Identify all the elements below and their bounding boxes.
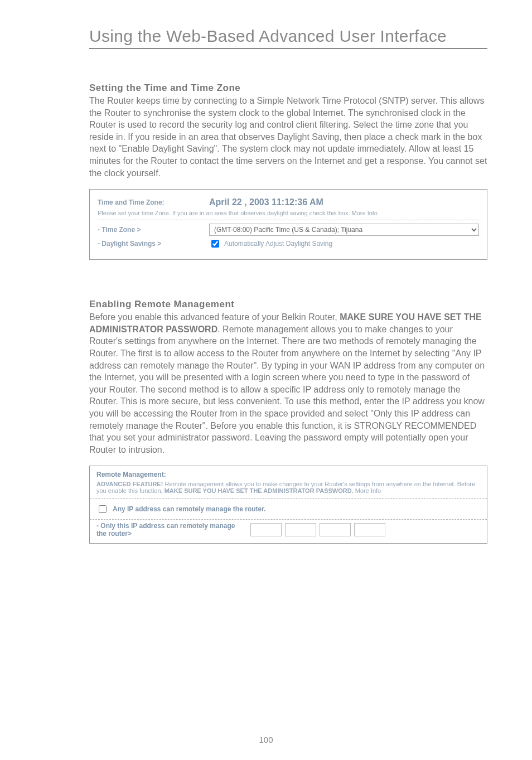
section-body-time: The Router keeps time by connecting to a… xyxy=(89,95,487,179)
only-ip-label: - Only this IP address can remotely mana… xyxy=(96,522,241,538)
page-number: 100 xyxy=(0,735,532,744)
timezone-label: - Time Zone > xyxy=(98,226,209,234)
current-datetime: April 22 , 2003 11:12:36 AM xyxy=(209,197,323,207)
daylight-savings-checkbox[interactable] xyxy=(211,240,219,248)
section-title-time: Setting the Time and Time Zone xyxy=(89,83,487,94)
remote-panel-title: Remote Management: xyxy=(96,471,480,478)
remote-desc-part1: ADVANCED FEATURE! xyxy=(96,481,165,487)
ip-input-group xyxy=(250,523,385,536)
section-title-remote: Enabling Remote Management xyxy=(89,299,487,310)
any-ip-checkbox[interactable] xyxy=(99,505,107,513)
header-divider xyxy=(89,48,487,49)
section-body-remote: Before you enable this advanced feature … xyxy=(89,311,487,456)
ip-octet-2[interactable] xyxy=(285,523,316,536)
remote-desc-part3: More Info xyxy=(354,487,381,494)
any-ip-label: Any IP address can remotely manage the r… xyxy=(113,505,266,513)
ip-octet-4[interactable] xyxy=(354,523,385,536)
chapter-title: Using the Web-Based Advanced User Interf… xyxy=(89,27,487,46)
remote-panel-desc: ADVANCED FEATURE! Remote management allo… xyxy=(96,481,480,494)
time-panel-desc: Please set your time Zone. If you are in… xyxy=(98,210,479,220)
remote-management-panel: Remote Management: ADVANCED FEATURE! Rem… xyxy=(89,466,487,544)
timezone-select[interactable]: (GMT-08:00) Pacific Time (US & Canada); … xyxy=(209,224,479,236)
remote-body-part1: Before you enable this advanced feature … xyxy=(89,312,340,322)
daylight-savings-label: - Daylight Savings > xyxy=(98,240,209,248)
daylight-savings-checkbox-label: Automatically Adjust Daylight Saving xyxy=(224,240,332,248)
time-zone-panel: Time and Time Zone: April 22 , 2003 11:1… xyxy=(89,189,487,260)
remote-body-part2: . Remote management allows you to make c… xyxy=(89,325,485,454)
time-panel-heading: Time and Time Zone: xyxy=(98,199,209,206)
ip-octet-3[interactable] xyxy=(320,523,351,536)
ip-octet-1[interactable] xyxy=(250,523,282,536)
remote-desc-bold: MAKE SURE YOU HAVE SET THE ADMINISTRATOR… xyxy=(165,487,354,494)
